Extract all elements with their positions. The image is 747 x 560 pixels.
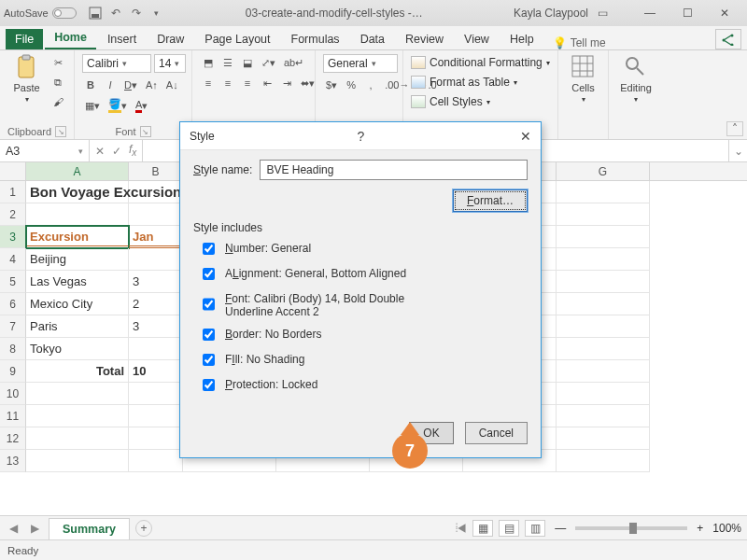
- autosave-toggle[interactable]: [52, 7, 77, 19]
- align-bottom-button[interactable]: ⬓: [239, 54, 256, 71]
- font-color-button[interactable]: A▾: [133, 97, 150, 114]
- row-header-12[interactable]: 12: [0, 427, 26, 450]
- font-check-input[interactable]: [203, 293, 215, 315]
- number-check-input[interactable]: [203, 243, 215, 255]
- undo-icon[interactable]: ↶: [108, 6, 123, 21]
- comma-button[interactable]: ,: [362, 77, 379, 93]
- increase-indent-button[interactable]: ⇥: [278, 75, 295, 91]
- cell-G9[interactable]: [557, 360, 650, 383]
- minimize-button[interactable]: —: [631, 0, 669, 26]
- enter-formula-icon[interactable]: ✓: [112, 145, 121, 158]
- tell-me[interactable]: 💡 Tell me: [553, 36, 606, 49]
- cell-B13[interactable]: [129, 450, 183, 472]
- percent-button[interactable]: %: [343, 77, 359, 93]
- alignment-check-input[interactable]: [203, 268, 215, 280]
- protection-checkbox[interactable]: Protection: Locked: [199, 378, 528, 394]
- bold-button[interactable]: B: [82, 77, 99, 93]
- cell-G7[interactable]: [557, 315, 650, 338]
- cancel-button[interactable]: Cancel: [465, 422, 528, 444]
- page-layout-view-button[interactable]: ▤: [499, 520, 519, 537]
- tab-draw[interactable]: Draw: [148, 29, 193, 49]
- col-header-A[interactable]: A: [26, 162, 129, 180]
- cell-B11[interactable]: [129, 405, 183, 427]
- font-checkbox[interactable]: Font: Calibri (Body) 14, Bold DoubleUnde…: [199, 292, 528, 318]
- tab-view[interactable]: View: [455, 29, 499, 49]
- format-as-table-button[interactable]: Format as Table▾: [411, 74, 517, 91]
- increase-font-button[interactable]: A↑: [143, 77, 161, 93]
- decrease-indent-button[interactable]: ⇤: [259, 75, 275, 91]
- cell-A8[interactable]: Tokyo: [26, 338, 129, 360]
- row-header-13[interactable]: 13: [0, 450, 26, 472]
- align-top-button[interactable]: ⬒: [200, 54, 217, 71]
- cell-G11[interactable]: [557, 405, 650, 427]
- row-header-11[interactable]: 11: [0, 405, 26, 427]
- maximize-button[interactable]: ☐: [669, 0, 706, 26]
- protection-check-input[interactable]: [203, 379, 215, 391]
- number-checkbox[interactable]: Number: General: [199, 242, 528, 258]
- align-right-button[interactable]: ≡: [239, 75, 256, 91]
- italic-button[interactable]: I: [102, 77, 119, 93]
- cell-A11[interactable]: [26, 405, 129, 427]
- sheet-tab-summary[interactable]: Summary: [49, 518, 130, 539]
- row-header-10[interactable]: 10: [0, 383, 26, 405]
- col-header-G[interactable]: G: [557, 162, 650, 180]
- border-check-input[interactable]: [203, 329, 215, 341]
- cell-B2[interactable]: [129, 203, 183, 226]
- share-button[interactable]: [715, 29, 741, 49]
- row-header-5[interactable]: 5: [0, 271, 26, 293]
- cell-G3[interactable]: [557, 226, 650, 248]
- cell-B5[interactable]: 3: [129, 271, 183, 293]
- zoom-out-button[interactable]: —: [551, 522, 570, 535]
- tab-data[interactable]: Data: [351, 29, 394, 49]
- tab-page-layout[interactable]: Page Layout: [195, 29, 279, 49]
- alignment-checkbox[interactable]: ALignment: General, Bottom Aligned: [199, 267, 528, 283]
- zoom-in-button[interactable]: +: [693, 522, 707, 535]
- cell-B7[interactable]: 3: [129, 315, 183, 338]
- cell-A4[interactable]: Beijing: [26, 248, 129, 271]
- merge-button[interactable]: ⬌▾: [298, 75, 317, 91]
- row-header-9[interactable]: 9: [0, 360, 26, 383]
- tab-file[interactable]: File: [6, 29, 43, 49]
- dialog-title-bar[interactable]: Style ? ✕: [180, 122, 541, 150]
- row-header-4[interactable]: 4: [0, 248, 26, 271]
- clipboard-launcher[interactable]: ↘: [55, 126, 66, 137]
- tab-help[interactable]: Help: [500, 29, 543, 49]
- cell-A6[interactable]: Mexico City: [26, 293, 129, 315]
- close-button[interactable]: ✕: [706, 0, 743, 26]
- align-center-button[interactable]: ≡: [219, 75, 236, 91]
- border-checkbox[interactable]: Border: No Borders: [199, 328, 528, 343]
- cut-button[interactable]: ✂: [49, 54, 66, 71]
- fill-color-button[interactable]: 🪣▾: [106, 97, 130, 114]
- style-name-input[interactable]: BVE Heading: [260, 160, 528, 180]
- font-name-select[interactable]: Calibri▾: [82, 54, 151, 73]
- orientation-button[interactable]: ⤢▾: [259, 54, 278, 71]
- paste-button[interactable]: Paste ▾: [7, 54, 46, 104]
- collapse-ribbon-button[interactable]: ˄: [726, 121, 743, 136]
- fx-icon[interactable]: fx: [129, 143, 136, 158]
- cell-styles-button[interactable]: Cell Styles▾: [411, 93, 490, 110]
- tab-review[interactable]: Review: [396, 29, 453, 49]
- font-launcher[interactable]: ↘: [140, 126, 151, 137]
- ribbon-options-icon[interactable]: ▭: [598, 7, 631, 20]
- cells-button[interactable]: Cells▾: [566, 54, 600, 104]
- cancel-formula-icon[interactable]: ✕: [95, 145, 105, 158]
- row-header-7[interactable]: 7: [0, 315, 26, 338]
- cell-G13[interactable]: [557, 450, 650, 472]
- qat-dropdown-icon[interactable]: ▾: [149, 6, 164, 21]
- cell-B3[interactable]: Jan: [129, 226, 183, 248]
- sheet-nav-prev[interactable]: ◀: [6, 522, 21, 535]
- sheet-nav-next[interactable]: ▶: [27, 522, 43, 535]
- cell-A5[interactable]: Las Vegas: [26, 271, 129, 293]
- conditional-formatting-button[interactable]: Conditional Formatting▾: [411, 54, 550, 71]
- name-box[interactable]: A3▾: [0, 140, 90, 161]
- format-painter-button[interactable]: 🖌: [49, 93, 66, 110]
- zoom-slider[interactable]: [575, 526, 687, 530]
- editing-button[interactable]: Editing▾: [616, 54, 655, 104]
- autosave-control[interactable]: AutoSave: [4, 7, 77, 19]
- font-size-select[interactable]: 14▾: [154, 54, 186, 73]
- copy-button[interactable]: ⧉: [49, 74, 66, 91]
- save-icon[interactable]: [88, 6, 103, 21]
- wrap-text-button[interactable]: ab↵: [281, 54, 306, 71]
- cell-A3[interactable]: Excursion: [26, 226, 129, 248]
- align-left-button[interactable]: ≡: [200, 75, 217, 91]
